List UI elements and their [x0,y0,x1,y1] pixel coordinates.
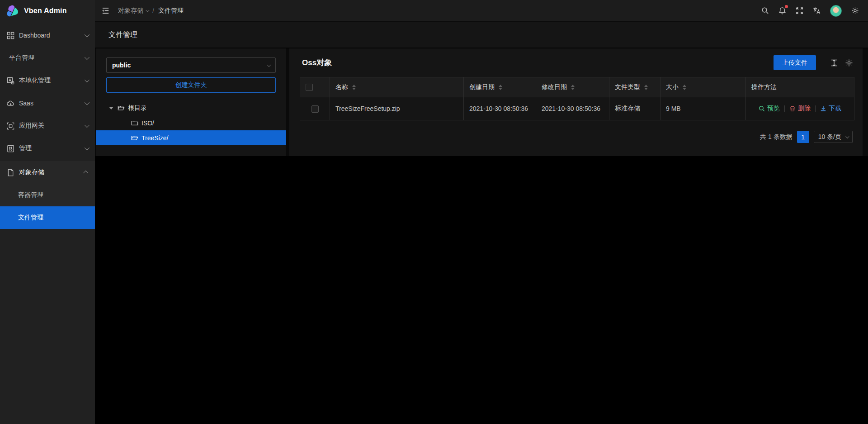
oss-table: 名称 创建日期 修改日期 文件类型 [300,77,854,120]
page-size-value: 10 条/页 [818,133,841,141]
chevron-down-icon [85,145,90,150]
chevron-up-icon [83,171,88,176]
sort-icon [644,85,648,90]
menu-item-localization[interactable]: 本地化管理 [0,71,95,91]
submenu-label: 文件管理 [18,214,43,222]
delete-label: 删除 [798,105,811,113]
app-title: Vben Admin [24,7,67,15]
notification-bell-icon[interactable] [778,7,786,14]
create-folder-button[interactable]: 创建文件夹 [106,77,276,93]
action-divider [784,105,785,112]
tree-node-treesize[interactable]: TreeSize/ [96,130,286,145]
gateway-icon [7,122,14,130]
chevron-down-icon [85,123,90,128]
breadcrumb-separator: / [152,7,154,14]
bucket-tree-panel: public 创建文件夹 根目录 ISO/ [96,48,286,156]
cell-created: 2021-10-30 08:50:36 [464,97,536,120]
page-size-select[interactable]: 10 条/页 [814,131,853,143]
top-header: 对象存储 / 文件管理 [95,0,868,22]
column-header-created[interactable]: 创建日期 [469,83,530,91]
submenu-item-file-management[interactable]: 文件管理 [0,206,95,229]
row-height-icon[interactable] [830,59,838,67]
menu-item-object-storage[interactable]: 对象存储 [0,161,95,184]
column-label: 创建日期 [469,83,495,91]
preview-action[interactable]: 预览 [759,105,780,113]
chevron-down-icon [845,134,849,138]
select-all-checkbox[interactable] [306,84,313,91]
vben-logo-icon [6,4,19,18]
sort-icon [571,85,575,90]
chevron-down-icon [85,32,90,37]
trash-icon [789,105,796,112]
sidebar: Vben Admin Dashboard 平台管理 本地化管理 [0,0,95,424]
oss-panel: Oss对象 上传文件 [289,48,863,156]
breadcrumb-parent[interactable]: 对象存储 [118,7,148,15]
page-title-bar: 文件管理 [95,22,868,48]
folder-tree: 根目录 ISO/ TreeSize/ [106,100,276,145]
pagination-total: 共 1 条数据 [760,133,793,141]
chevron-down-icon [85,77,90,82]
magnifier-icon [759,105,765,112]
fullscreen-icon[interactable] [796,7,803,14]
table-row[interactable]: TreeSizeFreeSetup.zip 2021-10-30 08:50:3… [300,97,854,120]
menu-fold-icon[interactable] [101,6,110,15]
menu-label: Dashboard [19,32,50,39]
column-header-type[interactable]: 文件类型 [615,83,655,91]
sort-icon [499,85,502,90]
column-label: 大小 [666,83,679,91]
tree-node-label: 根目录 [128,104,147,112]
notification-dot [785,5,788,8]
chevron-down-icon [267,62,271,67]
column-settings-gear-icon[interactable] [845,59,853,67]
column-header-actions: 操作方法 [751,83,777,91]
tree-node-iso[interactable]: ISO/ [106,115,276,130]
user-avatar[interactable] [830,5,842,17]
chevron-down-icon [85,100,90,105]
menu-item-dashboard[interactable]: Dashboard [0,25,95,45]
pagination-page-1[interactable]: 1 [797,131,809,143]
create-folder-label: 创建文件夹 [175,81,207,89]
cell-size: 9 MB [660,97,746,120]
submenu-item-container-management[interactable]: 容器管理 [0,184,95,206]
app-logo[interactable]: Vben Admin [0,0,95,22]
oss-toolbar: Oss对象 上传文件 [289,48,863,77]
menu-label: 管理 [19,144,32,152]
caret-down-icon[interactable] [109,107,113,110]
row-actions: 预览 删除 [751,105,849,113]
content-area: public 创建文件夹 根目录 ISO/ [95,48,868,156]
breadcrumb-current[interactable]: 文件管理 [158,7,184,15]
translate-icon[interactable] [813,7,821,14]
tree-node-label: ISO/ [142,119,154,127]
menu-item-saas[interactable]: Saas [0,93,95,113]
submenu-object-storage: 对象存储 容器管理 文件管理 [0,161,95,229]
column-header-modified[interactable]: 修改日期 [542,83,604,91]
row-checkbox[interactable] [311,105,319,113]
file-icon [7,169,14,176]
download-icon [820,105,826,112]
settings-gear-icon[interactable] [851,7,859,14]
bucket-select[interactable]: public [106,57,276,73]
upload-file-button[interactable]: 上传文件 [774,55,816,70]
tree-node-root[interactable]: 根目录 [106,100,276,115]
header-actions [761,5,868,17]
column-header-size[interactable]: 大小 [666,83,740,91]
delete-action[interactable]: 删除 [789,105,811,113]
sort-icon [683,85,686,90]
menu-item-management[interactable]: 管理 [0,138,95,158]
search-icon[interactable] [761,7,769,14]
chevron-down-icon [85,55,90,60]
preview-label: 预览 [767,105,780,113]
table-toolbar-actions: 上传文件 [774,55,853,70]
pagination: 共 1 条数据 1 10 条/页 [760,131,853,143]
menu-label: 本地化管理 [19,76,51,85]
page-title: 文件管理 [108,30,137,40]
table-header-row: 名称 创建日期 修改日期 文件类型 [300,77,854,97]
menu-label: Saas [19,100,33,107]
column-header-name[interactable]: 名称 [335,83,458,91]
column-label: 文件类型 [615,83,640,91]
dashboard-grid-icon [7,32,14,39]
menu-item-platform[interactable]: 平台管理 [0,48,95,68]
main-menu: Dashboard 平台管理 本地化管理 Saas [0,22,95,229]
menu-item-gateway[interactable]: 应用网关 [0,116,95,136]
download-action[interactable]: 下载 [820,105,841,113]
